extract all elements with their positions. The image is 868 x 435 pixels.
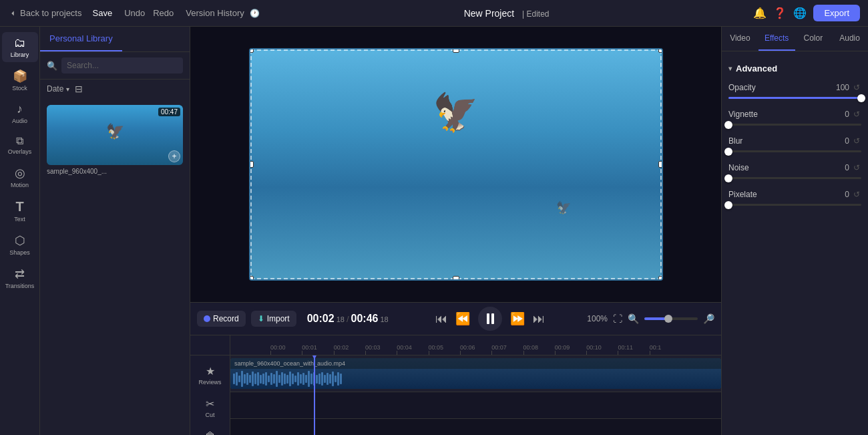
blur-reset-button[interactable]: ↺ xyxy=(852,135,861,147)
audio-icon: ♪ xyxy=(17,102,23,116)
undo-button[interactable]: Undo xyxy=(124,8,145,18)
record-button[interactable]: Record xyxy=(197,311,246,327)
text-icon: T xyxy=(15,199,23,214)
advanced-label: Advanced xyxy=(736,63,777,74)
filter-icon[interactable]: ⊟ xyxy=(75,84,83,94)
handle-middle-right[interactable] xyxy=(658,161,663,168)
vignette-reset-button[interactable]: ↺ xyxy=(852,108,861,120)
step-forward-button[interactable]: ⏩ xyxy=(510,311,525,326)
import-label: Import xyxy=(267,314,290,323)
handle-bottom-right[interactable] xyxy=(658,276,663,281)
sidebar-item-stock[interactable]: 📦 Stock xyxy=(2,65,38,96)
blur-slider-thumb[interactable] xyxy=(724,148,732,156)
back-button[interactable]: Back to projects xyxy=(8,8,82,18)
tab-color[interactable]: Color xyxy=(795,27,832,51)
zoom-slider-fill xyxy=(644,317,666,320)
pixelate-slider-track[interactable] xyxy=(728,204,861,206)
timeline-ruler: 00:00 00:01 00:02 00:03 00:04 00:05 00:0… xyxy=(230,335,721,355)
list-item[interactable]: 🦅 00:47 + sample_960x400_... xyxy=(47,105,183,175)
advanced-section-header[interactable]: ▾ Advanced xyxy=(728,63,861,74)
zoom-in-button[interactable]: 🔎 xyxy=(703,313,714,324)
zoom-slider-track[interactable] xyxy=(644,317,698,320)
language-button[interactable]: 🌐 xyxy=(793,7,807,19)
pixelate-label-row: Pixelate 0 ↺ xyxy=(728,188,861,200)
sidebar-item-reviews[interactable]: ★ Reviews xyxy=(194,361,227,390)
tab-audio[interactable]: Audio xyxy=(831,27,868,51)
handle-top-middle[interactable] xyxy=(453,48,459,53)
pixelate-slider[interactable] xyxy=(728,204,861,206)
export-button[interactable]: Export xyxy=(813,5,860,21)
sidebar-item-library[interactable]: 🗂 Library xyxy=(2,32,38,62)
save-button[interactable]: Save xyxy=(93,8,113,18)
noise-slider[interactable] xyxy=(728,177,861,179)
tab-video[interactable]: Video xyxy=(722,27,758,51)
zoom-out-button[interactable]: 🔍 xyxy=(628,313,639,324)
blur-value-group: 0 ↺ xyxy=(845,135,861,147)
noise-reset-button[interactable]: ↺ xyxy=(852,162,861,174)
notifications-button[interactable]: 🔔 xyxy=(753,7,767,19)
handle-top-right[interactable] xyxy=(658,48,663,53)
opacity-slider-track[interactable] xyxy=(728,97,861,99)
import-button[interactable]: ⬇ Import xyxy=(251,311,296,327)
opacity-slider[interactable] xyxy=(728,97,861,99)
date-filter[interactable]: Date ▾ xyxy=(47,84,69,94)
noise-slider-track[interactable] xyxy=(728,177,861,179)
sidebar-item-label-text: Text xyxy=(14,216,25,223)
sidebar-item-cut[interactable]: ✂ Cut xyxy=(194,394,227,422)
blur-slider-track[interactable] xyxy=(728,150,861,152)
search-icon: 🔍 xyxy=(47,61,57,71)
pixelate-slider-thumb[interactable] xyxy=(724,201,732,209)
handle-bottom-left[interactable] xyxy=(249,276,254,281)
sidebar-item-shapes[interactable]: ⬡ Shapes xyxy=(2,229,38,260)
top-bar: Back to projects Save Undo Redo Version … xyxy=(0,0,868,27)
handle-top-left[interactable] xyxy=(249,48,254,53)
media-add-button[interactable]: + xyxy=(168,150,180,162)
help-button[interactable]: ❓ xyxy=(773,7,787,19)
skip-to-end-button[interactable]: ⏭ xyxy=(533,312,545,326)
noise-slider-thumb[interactable] xyxy=(724,174,732,182)
sidebar-item-label-stock: Stock xyxy=(12,85,27,92)
vignette-slider-track[interactable] xyxy=(728,124,861,126)
search-input[interactable] xyxy=(61,57,183,74)
panel-tab-personal-library[interactable]: Personal Library xyxy=(40,27,122,51)
step-back-button[interactable]: ⏪ xyxy=(455,311,470,326)
ruler-mark: 00:1 xyxy=(650,344,681,355)
play-pause-button[interactable] xyxy=(478,307,502,331)
skip-to-start-button[interactable]: ⏮ xyxy=(435,312,447,326)
opacity-reset-button[interactable]: ↺ xyxy=(852,82,861,94)
vignette-slider-thumb[interactable] xyxy=(724,121,732,129)
sidebar-item-text[interactable]: T Text xyxy=(2,195,38,227)
sidebar-item-label-library: Library xyxy=(11,51,29,58)
overlays-icon: ⧉ xyxy=(16,135,23,147)
timeline-track-area: ★ Reviews ✂ Cut 🗑 Delete ➕ Add Track xyxy=(190,355,721,435)
timeline-header: 00:00 00:01 00:02 00:03 00:04 00:05 00:0… xyxy=(190,335,721,355)
zoom-slider[interactable] xyxy=(644,317,698,320)
controls-bar: Record ⬇ Import 00:02 18 / 00:46 18 ⏮ ⏪ xyxy=(190,302,721,335)
sidebar-item-audio[interactable]: ♪ Audio xyxy=(2,98,38,128)
noise-label: Noise xyxy=(728,163,749,172)
track-clip[interactable]: sample_960x400_ocean_with_audio.mp4 xyxy=(230,358,721,389)
timeline-header-left xyxy=(190,335,230,355)
zoom-slider-handle[interactable] xyxy=(664,315,672,323)
media-duration: 00:47 xyxy=(158,108,180,116)
handle-bottom-middle[interactable] xyxy=(453,276,459,281)
fullscreen-button[interactable]: ⛶ xyxy=(613,313,622,324)
sidebar-item-overlays[interactable]: ⧉ Overlays xyxy=(2,131,38,159)
pixelate-reset-button[interactable]: ↺ xyxy=(852,188,861,200)
blur-slider[interactable] xyxy=(728,150,861,152)
time-current: 00:02 xyxy=(307,313,335,325)
vignette-slider[interactable] xyxy=(728,124,861,126)
sidebar-item-delete[interactable]: 🗑 Delete xyxy=(194,426,227,435)
redo-button[interactable]: Redo xyxy=(153,8,174,18)
playhead[interactable] xyxy=(314,355,315,435)
time-total-frames: 18 xyxy=(380,315,388,323)
handle-middle-left[interactable] xyxy=(249,161,254,168)
sidebar-item-transitions[interactable]: ⇄ Transitions xyxy=(2,263,38,293)
opacity-slider-thumb[interactable] xyxy=(857,94,865,102)
tab-effects[interactable]: Effects xyxy=(758,27,795,51)
right-panel: Video Effects Color Audio ▾ Advanced xyxy=(721,27,868,435)
sidebar-item-motion[interactable]: ◎ Motion xyxy=(2,162,38,192)
version-history-button[interactable]: Version History 🕐 xyxy=(186,8,259,18)
ruler-mark: 00:00 xyxy=(270,344,302,355)
right-controls: 100% ⛶ 🔍 🔎 xyxy=(587,313,714,324)
